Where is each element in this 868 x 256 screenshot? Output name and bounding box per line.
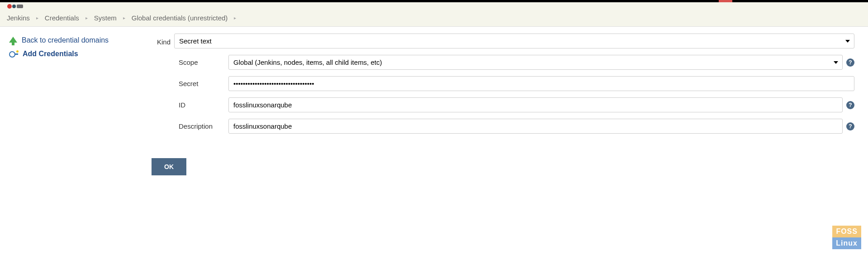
scope-select[interactable]: Global (Jenkins, nodes, items, all child… (228, 55, 843, 70)
logo-area (0, 2, 868, 10)
help-icon[interactable]: ? (846, 101, 854, 109)
sidebar-item-back[interactable]: Back to credential domains (9, 34, 152, 47)
sidebar: Back to credential domains Add Credentia… (7, 34, 152, 175)
sidebar-item-add[interactable]: Add Credentials (9, 47, 152, 61)
secret-input[interactable] (228, 76, 854, 91)
secret-label: Secret (152, 80, 228, 87)
svg-point-1 (12, 5, 16, 8)
top-indicator (719, 0, 732, 2)
breadcrumb: Jenkins ▸ Credentials ▸ System ▸ Global … (0, 10, 868, 27)
form-row-scope: Scope Global (Jenkins, nodes, items, all… (152, 55, 854, 70)
description-label: Description (152, 122, 228, 130)
id-label: ID (152, 101, 228, 109)
help-icon[interactable]: ? (846, 122, 854, 130)
kind-label: Kind (152, 36, 174, 46)
breadcrumb-credentials[interactable]: Credentials (45, 14, 79, 22)
form-row-description: Description ? (152, 119, 854, 134)
chevron-right-icon: ▸ (33, 15, 42, 20)
ok-button[interactable]: OK (152, 158, 186, 175)
description-input[interactable] (228, 119, 843, 134)
up-arrow-icon (9, 37, 17, 43)
breadcrumb-jenkins[interactable]: Jenkins (7, 14, 30, 22)
key-icon (9, 50, 18, 58)
form-row-secret: Secret (152, 76, 854, 91)
sidebar-add-link[interactable]: Add Credentials (23, 50, 78, 58)
kind-select[interactable]: Secret text (174, 34, 854, 48)
form-row-id: ID ? (152, 97, 854, 112)
help-icon[interactable]: ? (846, 58, 854, 67)
chevron-right-icon: ▸ (82, 15, 91, 20)
svg-point-0 (7, 4, 12, 9)
chevron-right-icon: ▸ (230, 15, 240, 20)
sidebar-back-link[interactable]: Back to credential domains (22, 36, 109, 44)
breadcrumb-global[interactable]: Global credentials (unrestricted) (132, 14, 228, 22)
id-input[interactable] (228, 97, 843, 112)
form-content: Kind Secret text Scope Global (Jenkins, … (152, 34, 861, 175)
chevron-right-icon: ▸ (119, 15, 129, 20)
breadcrumb-system[interactable]: System (94, 14, 117, 22)
main-content: Back to credential domains Add Credentia… (0, 27, 868, 182)
svg-rect-2 (17, 5, 23, 8)
form-row-kind: Kind Secret text (152, 34, 854, 48)
jenkins-logo-icon (7, 4, 25, 9)
top-bar (0, 0, 868, 2)
scope-label: Scope (152, 58, 228, 66)
